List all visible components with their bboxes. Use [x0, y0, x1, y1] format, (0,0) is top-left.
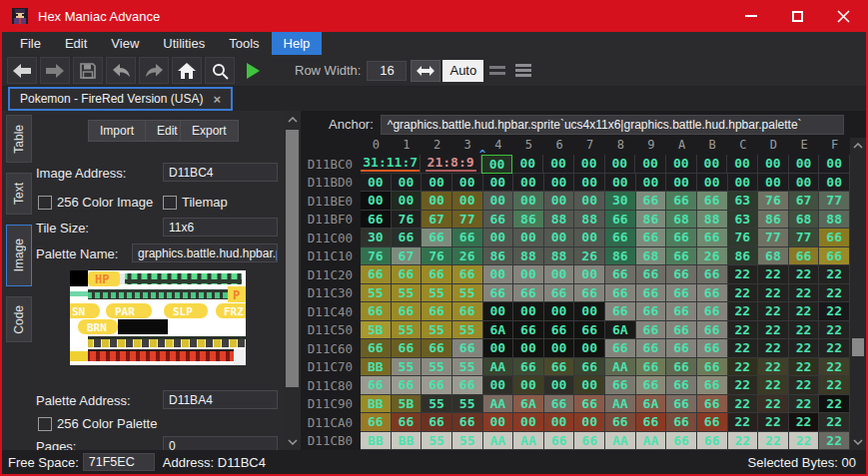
hex-cell[interactable]: 22 — [789, 358, 820, 377]
hex-cell[interactable]: 5B — [392, 395, 423, 414]
hex-cell[interactable]: 66 — [422, 413, 452, 432]
hex-cell[interactable]: 00 — [605, 155, 636, 174]
hex-cell[interactable]: 00 — [819, 174, 850, 193]
hex-cell[interactable]: AA — [483, 358, 514, 377]
hex-cell[interactable]: 66 — [392, 302, 423, 321]
hex-cell[interactable]: 22 — [758, 284, 789, 303]
hex-cell[interactable]: 22 — [728, 413, 759, 432]
hex-cell[interactable]: 66 — [605, 413, 636, 432]
hex-cell[interactable]: 66 — [605, 376, 636, 395]
tab-image[interactable]: Image — [6, 225, 32, 286]
menu-utilities[interactable]: Utilities — [151, 32, 217, 55]
hex-cell[interactable]: 00 — [574, 174, 605, 193]
menu-tools[interactable]: Tools — [217, 32, 271, 55]
hex-cell[interactable]: 88 — [574, 211, 605, 230]
fit-width-button[interactable] — [411, 60, 440, 82]
close-button[interactable] — [820, 0, 866, 32]
hex-cell[interactable]: 68 — [789, 211, 820, 230]
scroll-up-icon[interactable] — [853, 138, 863, 154]
hex-cell[interactable]: 00 — [513, 302, 544, 321]
hex-cell[interactable]: 66 — [574, 321, 605, 340]
sprite-preview[interactable]: HP P SN PAR SLP FRZ BRN — [70, 270, 246, 365]
hex-cell[interactable]: 22 — [789, 395, 820, 414]
hex-cell[interactable]: 00 — [697, 174, 728, 193]
hex-cell[interactable]: 00 — [512, 155, 543, 174]
tab-code[interactable]: Code — [6, 296, 32, 342]
hex-cell[interactable]: 86 — [483, 247, 514, 266]
hex-cell[interactable]: 66 — [452, 376, 483, 395]
hex-cell[interactable]: 22 — [819, 358, 850, 377]
menu-view[interactable]: View — [99, 32, 151, 55]
hex-cell[interactable]: 66 — [666, 229, 697, 247]
hex-cell[interactable]: 26 — [697, 247, 728, 266]
hex-cell[interactable]: 66 — [636, 229, 667, 247]
hex-cell[interactable]: 66 — [636, 376, 667, 395]
hex-cell[interactable]: 00 — [697, 155, 728, 174]
palette-color-cell[interactable]: 21:8:9 — [421, 155, 480, 174]
hex-cell[interactable]: 00 — [513, 265, 544, 284]
hex-cell[interactable]: 77 — [819, 192, 850, 211]
compact-layout-button[interactable] — [485, 60, 509, 82]
hex-cell[interactable]: 77 — [789, 229, 820, 247]
hex-cell[interactable]: 66 — [697, 229, 728, 247]
hex-cell[interactable]: BB — [392, 432, 423, 451]
hex-cell[interactable]: 55 — [392, 284, 423, 303]
hex-cell[interactable]: 00 — [574, 302, 605, 321]
hex-cell[interactable]: 00 — [483, 265, 514, 284]
hex-cell[interactable]: 22 — [789, 432, 820, 451]
hex-cell[interactable]: 00 — [483, 302, 514, 321]
hex-cell[interactable]: 66 — [544, 321, 575, 340]
hex-cell[interactable]: 00 — [544, 229, 575, 247]
hex-cell[interactable]: 22 — [789, 321, 820, 340]
palette-address-input[interactable]: D11BA4 — [163, 390, 278, 409]
hex-cell[interactable]: 66 — [513, 284, 544, 303]
hex-cell[interactable]: 66 — [513, 358, 544, 377]
hex-cell[interactable]: 6A — [636, 395, 667, 414]
hex-cell[interactable]: AA — [605, 432, 636, 451]
maximize-button[interactable] — [774, 0, 820, 32]
hex-cell[interactable]: 55 — [422, 358, 452, 377]
menu-edit[interactable]: Edit — [53, 32, 99, 55]
hex-cell[interactable]: 66 — [452, 339, 483, 358]
hex-cell[interactable]: 66 — [361, 413, 392, 432]
hex-cell[interactable]: 55 — [452, 395, 483, 414]
hex-cell[interactable]: 66 — [666, 432, 697, 451]
hex-cell[interactable]: 22 — [728, 376, 759, 395]
free-space-input[interactable]: 71F5EC — [83, 453, 155, 471]
hex-cell[interactable]: 00 — [544, 302, 575, 321]
left-panel-scrollbar[interactable] — [284, 111, 301, 450]
hex-cell[interactable]: 00 — [361, 192, 392, 211]
hex-cell[interactable]: 66 — [666, 302, 697, 321]
hex-cell[interactable]: 22 — [789, 376, 820, 395]
hex-cell[interactable]: 66 — [697, 413, 728, 432]
hex-cell[interactable]: 66 — [636, 358, 667, 377]
hex-cell[interactable]: 5B — [361, 321, 392, 340]
hex-cell[interactable]: 86 — [758, 211, 789, 230]
hex-cell[interactable]: 00 — [452, 192, 483, 211]
hex-cell[interactable]: 00 — [544, 339, 575, 358]
hex-cell[interactable]: 66 — [605, 265, 636, 284]
hex-cell[interactable]: 55 — [452, 284, 483, 303]
hex-cell[interactable]: 88 — [544, 247, 575, 266]
hex-cell[interactable]: 00 — [422, 174, 452, 193]
hex-cell[interactable]: 00 — [574, 376, 605, 395]
hex-cell[interactable]: 22 — [758, 265, 789, 284]
hex-cell[interactable]: BB — [361, 358, 392, 377]
hex-cell[interactable]: 66 — [544, 358, 575, 377]
hex-cell[interactable]: 66 — [422, 339, 452, 358]
hex-cell[interactable]: 77 — [758, 229, 789, 247]
hex-cell[interactable]: 55 — [422, 395, 452, 414]
hex-cell[interactable]: 66 — [361, 376, 392, 395]
hex-cell[interactable]: 86 — [605, 247, 636, 266]
hex-cell[interactable]: 00 — [758, 174, 789, 193]
hex-cell[interactable]: 76 — [361, 247, 392, 266]
auto-width-button[interactable]: Auto — [442, 60, 483, 82]
hex-cell[interactable]: 00 — [819, 155, 850, 174]
hex-cell[interactable]: 76 — [728, 229, 759, 247]
hex-cell[interactable]: 00 — [483, 174, 514, 193]
hex-cell[interactable]: 22 — [789, 265, 820, 284]
tab-text[interactable]: Text — [6, 173, 32, 215]
hex-cell[interactable]: 66 — [666, 358, 697, 377]
hex-cell[interactable]: 67 — [422, 211, 452, 230]
hex-cell[interactable]: 66 — [422, 376, 452, 395]
